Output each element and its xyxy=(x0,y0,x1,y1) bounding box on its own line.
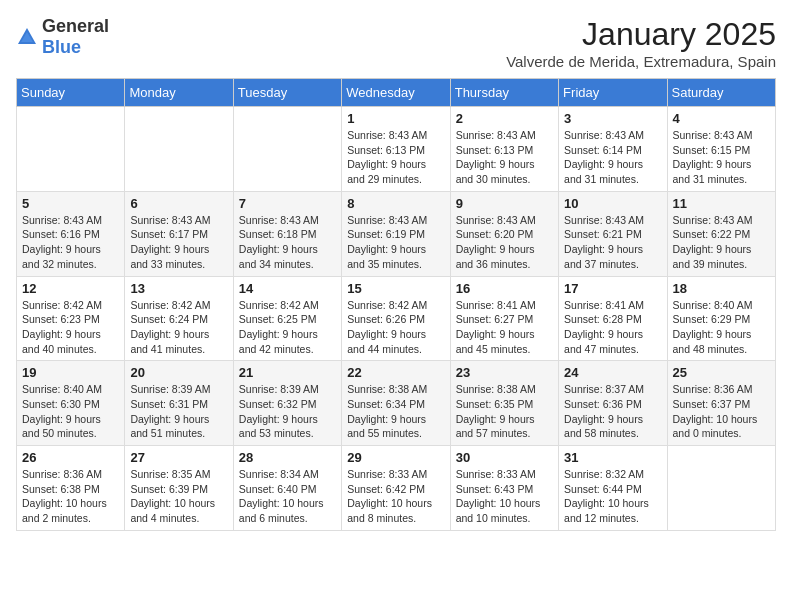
table-row: 4Sunrise: 8:43 AM Sunset: 6:15 PM Daylig… xyxy=(667,107,775,192)
day-detail: Sunrise: 8:43 AM Sunset: 6:22 PM Dayligh… xyxy=(673,213,770,272)
table-row: 22Sunrise: 8:38 AM Sunset: 6:34 PM Dayli… xyxy=(342,361,450,446)
table-row: 12Sunrise: 8:42 AM Sunset: 6:23 PM Dayli… xyxy=(17,276,125,361)
day-detail: Sunrise: 8:36 AM Sunset: 6:38 PM Dayligh… xyxy=(22,467,119,526)
header-sunday: Sunday xyxy=(17,79,125,107)
table-row: 19Sunrise: 8:40 AM Sunset: 6:30 PM Dayli… xyxy=(17,361,125,446)
day-number: 29 xyxy=(347,450,444,465)
table-row: 15Sunrise: 8:42 AM Sunset: 6:26 PM Dayli… xyxy=(342,276,450,361)
day-number: 6 xyxy=(130,196,227,211)
location-subtitle: Valverde de Merida, Extremadura, Spain xyxy=(506,53,776,70)
day-detail: Sunrise: 8:36 AM Sunset: 6:37 PM Dayligh… xyxy=(673,382,770,441)
day-detail: Sunrise: 8:41 AM Sunset: 6:28 PM Dayligh… xyxy=(564,298,661,357)
calendar-week-row: 19Sunrise: 8:40 AM Sunset: 6:30 PM Dayli… xyxy=(17,361,776,446)
table-row: 26Sunrise: 8:36 AM Sunset: 6:38 PM Dayli… xyxy=(17,446,125,531)
day-number: 8 xyxy=(347,196,444,211)
day-number: 4 xyxy=(673,111,770,126)
table-row: 17Sunrise: 8:41 AM Sunset: 6:28 PM Dayli… xyxy=(559,276,667,361)
day-number: 13 xyxy=(130,281,227,296)
day-number: 26 xyxy=(22,450,119,465)
table-row: 28Sunrise: 8:34 AM Sunset: 6:40 PM Dayli… xyxy=(233,446,341,531)
day-number: 22 xyxy=(347,365,444,380)
day-detail: Sunrise: 8:42 AM Sunset: 6:23 PM Dayligh… xyxy=(22,298,119,357)
day-number: 12 xyxy=(22,281,119,296)
calendar-week-row: 1Sunrise: 8:43 AM Sunset: 6:13 PM Daylig… xyxy=(17,107,776,192)
day-number: 18 xyxy=(673,281,770,296)
day-detail: Sunrise: 8:33 AM Sunset: 6:43 PM Dayligh… xyxy=(456,467,553,526)
day-detail: Sunrise: 8:40 AM Sunset: 6:29 PM Dayligh… xyxy=(673,298,770,357)
day-detail: Sunrise: 8:41 AM Sunset: 6:27 PM Dayligh… xyxy=(456,298,553,357)
day-number: 10 xyxy=(564,196,661,211)
table-row xyxy=(233,107,341,192)
day-detail: Sunrise: 8:43 AM Sunset: 6:21 PM Dayligh… xyxy=(564,213,661,272)
day-number: 14 xyxy=(239,281,336,296)
day-number: 17 xyxy=(564,281,661,296)
day-detail: Sunrise: 8:42 AM Sunset: 6:24 PM Dayligh… xyxy=(130,298,227,357)
day-detail: Sunrise: 8:38 AM Sunset: 6:34 PM Dayligh… xyxy=(347,382,444,441)
table-row: 20Sunrise: 8:39 AM Sunset: 6:31 PM Dayli… xyxy=(125,361,233,446)
logo-blue: Blue xyxy=(42,37,81,57)
table-row: 16Sunrise: 8:41 AM Sunset: 6:27 PM Dayli… xyxy=(450,276,558,361)
table-row: 24Sunrise: 8:37 AM Sunset: 6:36 PM Dayli… xyxy=(559,361,667,446)
table-row xyxy=(667,446,775,531)
header-tuesday: Tuesday xyxy=(233,79,341,107)
day-detail: Sunrise: 8:43 AM Sunset: 6:14 PM Dayligh… xyxy=(564,128,661,187)
table-row: 23Sunrise: 8:38 AM Sunset: 6:35 PM Dayli… xyxy=(450,361,558,446)
day-detail: Sunrise: 8:42 AM Sunset: 6:25 PM Dayligh… xyxy=(239,298,336,357)
header-friday: Friday xyxy=(559,79,667,107)
day-number: 15 xyxy=(347,281,444,296)
day-detail: Sunrise: 8:40 AM Sunset: 6:30 PM Dayligh… xyxy=(22,382,119,441)
day-number: 19 xyxy=(22,365,119,380)
day-detail: Sunrise: 8:38 AM Sunset: 6:35 PM Dayligh… xyxy=(456,382,553,441)
calendar-table: Sunday Monday Tuesday Wednesday Thursday… xyxy=(16,78,776,531)
day-number: 5 xyxy=(22,196,119,211)
day-detail: Sunrise: 8:43 AM Sunset: 6:18 PM Dayligh… xyxy=(239,213,336,272)
table-row: 25Sunrise: 8:36 AM Sunset: 6:37 PM Dayli… xyxy=(667,361,775,446)
day-number: 16 xyxy=(456,281,553,296)
table-row: 31Sunrise: 8:32 AM Sunset: 6:44 PM Dayli… xyxy=(559,446,667,531)
table-row: 3Sunrise: 8:43 AM Sunset: 6:14 PM Daylig… xyxy=(559,107,667,192)
day-number: 2 xyxy=(456,111,553,126)
day-number: 31 xyxy=(564,450,661,465)
day-number: 30 xyxy=(456,450,553,465)
logo: General Blue xyxy=(16,16,109,58)
day-detail: Sunrise: 8:43 AM Sunset: 6:20 PM Dayligh… xyxy=(456,213,553,272)
calendar-week-row: 12Sunrise: 8:42 AM Sunset: 6:23 PM Dayli… xyxy=(17,276,776,361)
day-detail: Sunrise: 8:39 AM Sunset: 6:32 PM Dayligh… xyxy=(239,382,336,441)
day-detail: Sunrise: 8:43 AM Sunset: 6:19 PM Dayligh… xyxy=(347,213,444,272)
table-row: 9Sunrise: 8:43 AM Sunset: 6:20 PM Daylig… xyxy=(450,191,558,276)
header-saturday: Saturday xyxy=(667,79,775,107)
day-detail: Sunrise: 8:34 AM Sunset: 6:40 PM Dayligh… xyxy=(239,467,336,526)
table-row xyxy=(125,107,233,192)
table-row: 11Sunrise: 8:43 AM Sunset: 6:22 PM Dayli… xyxy=(667,191,775,276)
day-number: 21 xyxy=(239,365,336,380)
table-row: 27Sunrise: 8:35 AM Sunset: 6:39 PM Dayli… xyxy=(125,446,233,531)
day-number: 3 xyxy=(564,111,661,126)
table-row: 18Sunrise: 8:40 AM Sunset: 6:29 PM Dayli… xyxy=(667,276,775,361)
table-row: 6Sunrise: 8:43 AM Sunset: 6:17 PM Daylig… xyxy=(125,191,233,276)
day-detail: Sunrise: 8:43 AM Sunset: 6:13 PM Dayligh… xyxy=(456,128,553,187)
logo-icon xyxy=(16,26,38,48)
table-row: 1Sunrise: 8:43 AM Sunset: 6:13 PM Daylig… xyxy=(342,107,450,192)
title-area: January 2025 Valverde de Merida, Extrema… xyxy=(506,16,776,70)
day-detail: Sunrise: 8:35 AM Sunset: 6:39 PM Dayligh… xyxy=(130,467,227,526)
header-thursday: Thursday xyxy=(450,79,558,107)
table-row: 30Sunrise: 8:33 AM Sunset: 6:43 PM Dayli… xyxy=(450,446,558,531)
day-number: 20 xyxy=(130,365,227,380)
day-number: 7 xyxy=(239,196,336,211)
table-row: 7Sunrise: 8:43 AM Sunset: 6:18 PM Daylig… xyxy=(233,191,341,276)
table-row: 29Sunrise: 8:33 AM Sunset: 6:42 PM Dayli… xyxy=(342,446,450,531)
day-number: 23 xyxy=(456,365,553,380)
day-number: 24 xyxy=(564,365,661,380)
logo-general: General xyxy=(42,16,109,36)
calendar-week-row: 26Sunrise: 8:36 AM Sunset: 6:38 PM Dayli… xyxy=(17,446,776,531)
table-row: 2Sunrise: 8:43 AM Sunset: 6:13 PM Daylig… xyxy=(450,107,558,192)
day-detail: Sunrise: 8:33 AM Sunset: 6:42 PM Dayligh… xyxy=(347,467,444,526)
page-header: General Blue January 2025 Valverde de Me… xyxy=(16,16,776,70)
table-row: 14Sunrise: 8:42 AM Sunset: 6:25 PM Dayli… xyxy=(233,276,341,361)
calendar-week-row: 5Sunrise: 8:43 AM Sunset: 6:16 PM Daylig… xyxy=(17,191,776,276)
table-row: 5Sunrise: 8:43 AM Sunset: 6:16 PM Daylig… xyxy=(17,191,125,276)
day-number: 9 xyxy=(456,196,553,211)
day-detail: Sunrise: 8:43 AM Sunset: 6:16 PM Dayligh… xyxy=(22,213,119,272)
day-number: 11 xyxy=(673,196,770,211)
day-number: 28 xyxy=(239,450,336,465)
